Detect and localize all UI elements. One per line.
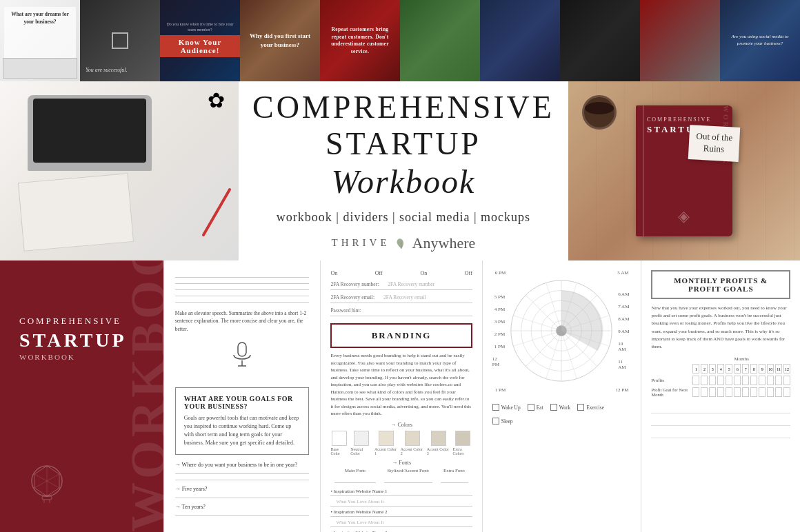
- time-1pm-b: 1 PM: [495, 387, 506, 393]
- inspiration-1-love: What You Love About It: [330, 498, 472, 507]
- schedule-wheel-svg: [508, 276, 615, 386]
- social-img-10-text: Are you using social media to promote yo…: [724, 34, 796, 48]
- profits-cell-7: [742, 376, 749, 385]
- profit-goal-cell-11: [775, 387, 782, 397]
- month-numbers-row: 1 2 3 4 5 6 7 8 9 10 11 12: [651, 364, 790, 374]
- month-12: 12: [783, 364, 790, 374]
- cover-title-area: COMPREHENSIVE STARTUP WORKBOOK: [19, 302, 127, 361]
- profits-cell-12: [783, 376, 790, 385]
- brand-anywhere: Anywhere: [412, 234, 476, 252]
- time-3pm: 3 PM: [494, 319, 505, 325]
- goal-q1: → Where do you want your business to be …: [175, 462, 310, 468]
- month-9: 9: [759, 364, 766, 374]
- middle-center-title: COMPREHENSIVE STARTUP Workbook workbook …: [239, 81, 568, 260]
- social-img-3-subtext: Do you know when it's time to hire your …: [160, 22, 240, 33]
- time-1pm: 1 PM: [494, 344, 505, 349]
- social-img-7: [480, 0, 560, 81]
- profits-cell-4: [717, 376, 724, 385]
- cb-wakeup-box[interactable]: [492, 404, 499, 411]
- time-labels-bottom: 1 PM 12 PM: [492, 387, 632, 393]
- ws-answer-line-3: [175, 498, 310, 498]
- swatch-accent2: Accent Color 2: [401, 431, 424, 456]
- ws-line-1: [175, 277, 310, 278]
- svg-rect-8: [238, 342, 246, 356]
- time-labels-left: 5 PM 4 PM 3 PM 2 PM 1 PM 12 PM: [492, 294, 508, 367]
- profit-goal-row: Profit Goal for Next Month: [651, 387, 790, 397]
- month-6: 6: [734, 364, 741, 374]
- extra-line-2: [651, 416, 790, 426]
- social-img-8: [560, 0, 640, 81]
- time-4pm: 4 PM: [494, 307, 505, 312]
- cb-exercise: Exercise: [577, 404, 604, 411]
- cb-work-label: Work: [559, 405, 570, 411]
- swatch-accent3-label: Accent Color 3: [427, 447, 450, 456]
- book-tag: Out of theRuins: [688, 125, 740, 162]
- flower-decoration: ✿: [208, 88, 225, 112]
- ws-line-4: [175, 296, 310, 296]
- main-title: COMPREHENSIVE STARTUP Workbook: [252, 90, 554, 201]
- inspiration-1: • Inspiration Website Name 1: [330, 487, 472, 496]
- cb-sleep-box[interactable]: [492, 418, 499, 424]
- month-10: 10: [767, 364, 774, 374]
- book-vertical-text: WORKBOOK: [722, 105, 730, 236]
- field-password-hint: Password hint:: [330, 305, 472, 316]
- goal-q2: → Five years?: [175, 486, 310, 492]
- month-11: 11: [775, 364, 782, 374]
- field-2fa-number: 2FA Recovery number: 2FA Recovery number: [330, 279, 472, 290]
- font-row: Main Font: Stylized/Accent Font: Extra F…: [330, 468, 472, 483]
- cb-exercise-box[interactable]: [577, 404, 584, 411]
- cover-title: COMPREHENSIVE: [19, 316, 127, 327]
- swatch-accent1-label: Accent Color 1: [374, 447, 398, 456]
- workbook-cover-panel: WORKBOOK COMPREHENSIVE STARTUP WORKBOOK: [0, 260, 163, 532]
- swatch-accent2-label: Accent Color 2: [401, 447, 424, 456]
- mic-icon: [175, 341, 310, 378]
- swatch-accent3: Accent Color 3: [427, 431, 450, 456]
- top-strip: What are your dreams for your business? …: [0, 0, 800, 81]
- worksheet-panel: Make an elevator speech. Summarize the a…: [163, 260, 321, 532]
- ws-answer-line-2: [175, 480, 310, 480]
- font-main: Main Font:: [334, 468, 376, 483]
- bottom-section: WORKBOOK COMPREHENSIVE STARTUP WORKBOOK …: [0, 260, 800, 532]
- profits-title-box: MONTHLY PROFITS & PROFIT GOALS: [651, 270, 790, 299]
- profit-goal-cell-6: [734, 387, 741, 397]
- ws-answer-line-1: [175, 473, 310, 474]
- inspiration-2-love: What You Love About It: [330, 518, 472, 527]
- off-label-1: Off: [375, 270, 383, 276]
- extra-line-3: [651, 429, 790, 438]
- cb-work-box[interactable]: [550, 404, 557, 411]
- cb-eat-box[interactable]: [528, 404, 534, 411]
- ws-line-3: [175, 289, 310, 290]
- subtitle-row: workbook | dividers | social media | moc…: [272, 210, 534, 225]
- font-extra: Extra Font:: [441, 468, 468, 483]
- profits-cell-10: [767, 376, 774, 385]
- goals-section: WHAT ARE YOUR GOALS FOR YOUR BUSINESS? G…: [175, 387, 310, 455]
- social-img-4-text: Why did you first start your business?: [244, 32, 316, 49]
- social-img-9: [640, 0, 720, 81]
- cb-eat-label: Eat: [537, 405, 543, 411]
- profit-goal-cell-5: [726, 387, 732, 397]
- social-img-2: You are successful.: [80, 0, 160, 81]
- social-img-5: Repeat customers bring repeat customers.…: [320, 0, 400, 81]
- profit-goal-cell-1: [692, 387, 699, 397]
- inspiration-section: • Inspiration Website Name 1 What You Lo…: [330, 487, 472, 533]
- pen-decoration: [201, 187, 231, 236]
- goal-q3: → Ten years?: [175, 504, 310, 510]
- profits-cell-2: [701, 376, 708, 385]
- social-img-3-text: Know Your Audience!: [166, 38, 234, 54]
- profits-cell-3: [709, 376, 716, 385]
- goals-body: Goals are powerful tools that can motiva…: [184, 414, 301, 447]
- social-img-1: What are your dreams for your business?: [0, 0, 80, 81]
- time-11am: 11 AM: [618, 359, 631, 370]
- profits-row-cells: [692, 376, 790, 385]
- inspiration-2: • Inspiration Website Name 2: [330, 508, 472, 517]
- month-5: 5: [726, 364, 732, 374]
- extra-rows: [651, 404, 790, 438]
- checkbox-row: Wake Up Eat Work Exercise Sleep: [492, 404, 632, 424]
- papers-decoration: [18, 173, 134, 252]
- cover-sub2: WORKBOOK: [19, 353, 127, 361]
- cb-exercise-label: Exercise: [586, 405, 604, 411]
- wheel-row: 5 PM 4 PM 3 PM 2 PM 1 PM 12 PM: [492, 276, 632, 386]
- social-img-3: Do you know when it's time to hire your …: [160, 0, 240, 81]
- font-main-field: [334, 473, 376, 483]
- branding-body: Every business needs good branding to he…: [330, 352, 472, 418]
